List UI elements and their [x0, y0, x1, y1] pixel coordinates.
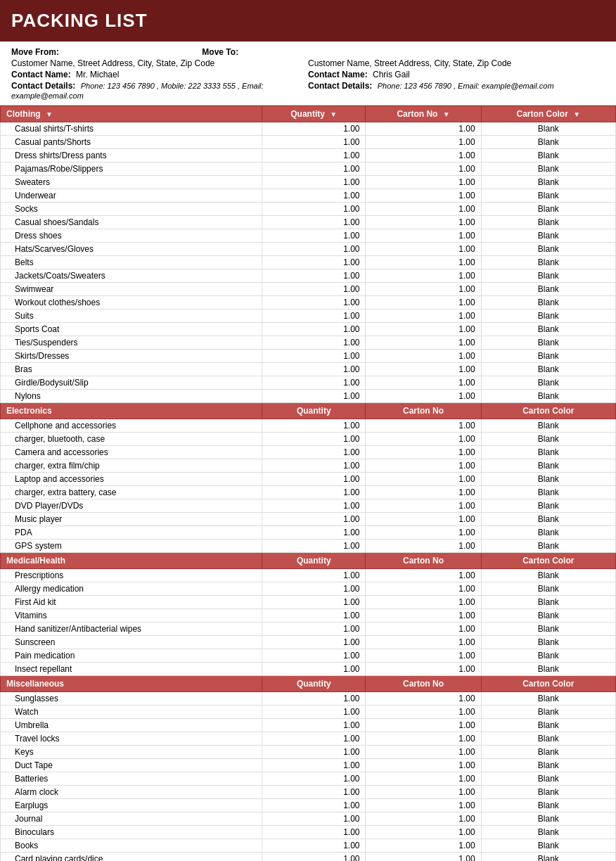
item-quantity[interactable]: 1.00 [262, 853, 366, 862]
item-carton-no[interactable]: 1.00 [366, 390, 481, 403]
item-carton-color[interactable]: Blank [481, 176, 615, 189]
item-quantity[interactable]: 1.00 [262, 596, 366, 609]
item-carton-no[interactable]: 1.00 [366, 623, 481, 636]
item-quantity[interactable]: 1.00 [262, 499, 366, 513]
item-carton-color[interactable]: Blank [481, 122, 615, 136]
item-carton-color[interactable]: Blank [481, 826, 615, 839]
item-quantity[interactable]: 1.00 [262, 323, 366, 336]
item-quantity[interactable]: 1.00 [262, 582, 366, 596]
item-quantity[interactable]: 1.00 [262, 746, 366, 759]
item-carton-no[interactable]: 1.00 [366, 732, 481, 746]
item-carton-color[interactable]: Blank [481, 363, 615, 376]
item-quantity[interactable]: 1.00 [262, 692, 366, 706]
item-quantity[interactable]: 1.00 [262, 296, 366, 310]
item-carton-no[interactable]: 1.00 [366, 446, 481, 459]
item-quantity[interactable]: 1.00 [262, 203, 366, 216]
item-quantity[interactable]: 1.00 [262, 732, 366, 746]
item-carton-color[interactable]: Blank [481, 609, 615, 623]
item-carton-no[interactable]: 1.00 [366, 692, 481, 706]
item-carton-no[interactable]: 1.00 [366, 136, 481, 149]
item-quantity[interactable]: 1.00 [262, 256, 366, 269]
item-carton-no[interactable]: 1.00 [366, 269, 481, 283]
item-quantity[interactable]: 1.00 [262, 390, 366, 403]
item-carton-color[interactable]: Blank [481, 786, 615, 799]
item-carton-no[interactable]: 1.00 [366, 826, 481, 839]
item-carton-color[interactable]: Blank [481, 473, 615, 486]
item-quantity[interactable]: 1.00 [262, 759, 366, 772]
item-quantity[interactable]: 1.00 [262, 229, 366, 243]
item-carton-no[interactable]: 1.00 [366, 336, 481, 350]
item-carton-no[interactable]: 1.00 [366, 719, 481, 732]
item-quantity[interactable]: 1.00 [262, 149, 366, 162]
item-carton-no[interactable]: 1.00 [366, 363, 481, 376]
item-carton-color[interactable]: Blank [481, 243, 615, 256]
item-quantity[interactable]: 1.00 [262, 636, 366, 649]
item-carton-color[interactable]: Blank [481, 376, 615, 390]
item-carton-color[interactable]: Blank [481, 853, 615, 862]
item-quantity[interactable]: 1.00 [262, 526, 366, 540]
item-carton-color[interactable]: Blank [481, 719, 615, 732]
item-carton-color[interactable]: Blank [481, 486, 615, 499]
item-quantity[interactable]: 1.00 [262, 122, 366, 136]
item-carton-no[interactable]: 1.00 [366, 486, 481, 499]
item-quantity[interactable]: 1.00 [262, 189, 366, 203]
item-quantity[interactable]: 1.00 [262, 162, 366, 176]
item-quantity[interactable]: 1.00 [262, 663, 366, 676]
item-carton-no[interactable]: 1.00 [366, 350, 481, 363]
item-carton-no[interactable]: 1.00 [366, 582, 481, 596]
item-carton-no[interactable]: 1.00 [366, 746, 481, 759]
item-carton-color[interactable]: Blank [481, 256, 615, 269]
item-quantity[interactable]: 1.00 [262, 623, 366, 636]
item-carton-color[interactable]: Blank [481, 759, 615, 772]
item-carton-color[interactable]: Blank [481, 812, 615, 826]
item-carton-no[interactable]: 1.00 [366, 786, 481, 799]
item-carton-no[interactable]: 1.00 [366, 596, 481, 609]
item-carton-color[interactable]: Blank [481, 582, 615, 596]
item-carton-no[interactable]: 1.00 [366, 499, 481, 513]
item-carton-color[interactable]: Blank [481, 216, 615, 229]
item-carton-no[interactable]: 1.00 [366, 663, 481, 676]
item-quantity[interactable]: 1.00 [262, 772, 366, 786]
item-carton-color[interactable]: Blank [481, 336, 615, 350]
item-quantity[interactable]: 1.00 [262, 136, 366, 149]
item-carton-no[interactable]: 1.00 [366, 772, 481, 786]
item-carton-no[interactable]: 1.00 [366, 419, 481, 433]
item-carton-no[interactable]: 1.00 [366, 569, 481, 582]
item-carton-color[interactable]: Blank [481, 269, 615, 283]
item-carton-no[interactable]: 1.00 [366, 122, 481, 136]
item-quantity[interactable]: 1.00 [262, 839, 366, 853]
item-quantity[interactable]: 1.00 [262, 310, 366, 323]
item-quantity[interactable]: 1.00 [262, 569, 366, 582]
item-carton-no[interactable]: 1.00 [366, 706, 481, 719]
item-carton-color[interactable]: Blank [481, 706, 615, 719]
item-carton-no[interactable]: 1.00 [366, 162, 481, 176]
item-quantity[interactable]: 1.00 [262, 786, 366, 799]
item-carton-color[interactable]: Blank [481, 162, 615, 176]
item-quantity[interactable]: 1.00 [262, 446, 366, 459]
item-carton-no[interactable]: 1.00 [366, 229, 481, 243]
item-carton-no[interactable]: 1.00 [366, 216, 481, 229]
item-carton-color[interactable]: Blank [481, 623, 615, 636]
item-carton-no[interactable]: 1.00 [366, 799, 481, 812]
item-carton-no[interactable]: 1.00 [366, 839, 481, 853]
item-carton-color[interactable]: Blank [481, 149, 615, 162]
item-carton-color[interactable]: Blank [481, 446, 615, 459]
item-quantity[interactable]: 1.00 [262, 350, 366, 363]
item-quantity[interactable]: 1.00 [262, 336, 366, 350]
item-carton-no[interactable]: 1.00 [366, 283, 481, 296]
item-carton-no[interactable]: 1.00 [366, 759, 481, 772]
item-carton-no[interactable]: 1.00 [366, 149, 481, 162]
item-quantity[interactable]: 1.00 [262, 649, 366, 663]
item-carton-color[interactable]: Blank [481, 526, 615, 540]
item-quantity[interactable]: 1.00 [262, 473, 366, 486]
item-quantity[interactable]: 1.00 [262, 176, 366, 189]
item-quantity[interactable]: 1.00 [262, 513, 366, 526]
item-carton-no[interactable]: 1.00 [366, 459, 481, 473]
item-carton-color[interactable]: Blank [481, 513, 615, 526]
item-carton-color[interactable]: Blank [481, 390, 615, 403]
item-carton-color[interactable]: Blank [481, 136, 615, 149]
item-carton-color[interactable]: Blank [481, 839, 615, 853]
item-carton-color[interactable]: Blank [481, 636, 615, 649]
item-quantity[interactable]: 1.00 [262, 540, 366, 553]
item-quantity[interactable]: 1.00 [262, 376, 366, 390]
